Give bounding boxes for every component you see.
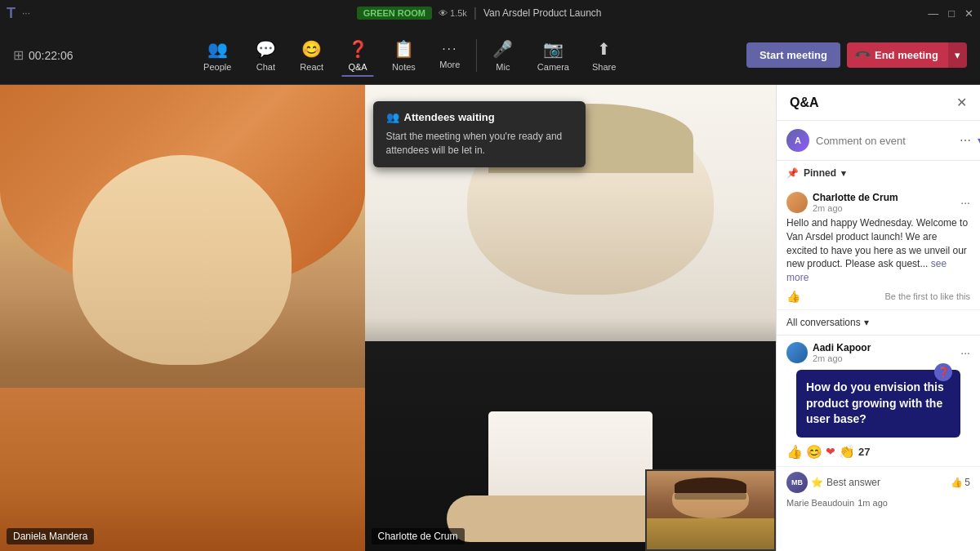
toolbar-people-label: People (203, 62, 231, 72)
window-controls: — □ ✕ (928, 7, 973, 20)
smile-reaction[interactable]: 😊 (806, 444, 822, 460)
title-bar-menu[interactable]: ··· (22, 7, 30, 19)
question-card-icon: ❓ (934, 363, 952, 381)
face-left (73, 155, 292, 365)
qna-icon: ❓ (348, 39, 368, 59)
attendees-icon: 👥 (386, 111, 399, 123)
phone-icon: 📞 (854, 47, 872, 64)
best-answer-row: MB ⭐ Best answer 👍 5 (777, 467, 980, 498)
minimize-button[interactable]: — (928, 7, 938, 20)
toolbar-share-label: Share (592, 62, 616, 72)
aadi-user-info: Aadi Kapoor 2m ago (813, 342, 871, 363)
green-room-badge: GREEN ROOM (357, 7, 432, 20)
pin-icon: 📌 (786, 167, 799, 179)
start-meeting-button[interactable]: Start meeting (746, 42, 840, 68)
end-meeting-group: 📞 End meeting ▾ (847, 42, 967, 68)
title-separator: | (474, 6, 477, 20)
clap-reaction[interactable]: 👏 (839, 444, 855, 460)
toolbar-share[interactable]: ⬆ Share (581, 34, 627, 77)
toolbar-chat-label: Chat (256, 62, 275, 72)
qa-input-row[interactable]: A ⋯ ▾ (777, 121, 980, 161)
mb-avatar: MB (786, 472, 808, 493)
pinned-chevron: ▾ (841, 168, 846, 179)
toolbar-notes-label: Notes (392, 62, 416, 72)
toolbar: ⊞ 00:22:06 👥 People 💬 Chat 😊 React ❓ Q&A… (0, 26, 980, 85)
react-icon: 😊 (301, 39, 322, 59)
pinned-like-button[interactable]: 👍 (786, 290, 800, 303)
all-conversations-chevron: ▾ (864, 317, 869, 328)
best-answer-like-icon: 👍 (951, 477, 963, 488)
charlotte-avatar (786, 192, 808, 213)
pinned-section-header[interactable]: 📌 Pinned ▾ (777, 161, 980, 185)
toolbar-divider (476, 39, 477, 72)
charlotte-username: Charlotte de Crum (813, 192, 898, 203)
pinned-message-text: Hello and happy Wednesday. Welcome to Va… (786, 216, 970, 285)
toolbar-more-label: More (439, 60, 460, 69)
end-meeting-chevron[interactable]: ▾ (948, 42, 967, 68)
chat-icon: 💬 (256, 39, 276, 59)
thumb-jacket (647, 518, 774, 549)
right-name-label: Charlotte de Crum (372, 528, 465, 544)
toolbar-more[interactable]: ··· More (427, 37, 473, 74)
question-card: ❓ How do you envision this product growi… (796, 370, 960, 438)
pinned-time: 2m ago (813, 203, 898, 213)
toolbar-people[interactable]: 👥 People (192, 34, 243, 77)
toolbar-camera[interactable]: 📷 Camera (526, 34, 581, 77)
maximize-button[interactable]: □ (948, 7, 955, 20)
video-area: Daniela Mandera 👥 Attendees waiting Star… (0, 85, 776, 551)
pinned-message: Charlotte de Crum 2m ago ··· Hello and h… (777, 185, 980, 310)
toolbar-mic[interactable]: 🎤 Mic (480, 34, 526, 77)
aadi-message-header: Aadi Kapoor 2m ago ··· (786, 342, 970, 363)
toolbar-qna[interactable]: ❓ Q&A (335, 34, 381, 77)
qa-pinned-section: 📌 Pinned ▾ Charlotte de Crum 2m ago ··· (777, 161, 980, 551)
mic-icon: 🎤 (492, 39, 513, 59)
end-meeting-button[interactable]: 📞 End meeting (847, 42, 948, 68)
grid-icon: ⊞ (13, 47, 24, 63)
qa-header: Q&A ✕ (777, 85, 980, 121)
left-name-label: Daniela Mandera (7, 528, 94, 544)
pinned-like-text: Be the first to like this (884, 291, 970, 301)
toolbar-chat[interactable]: 💬 Chat (243, 34, 288, 77)
notes-icon: 📋 (394, 39, 414, 59)
title-bar: T ··· GREEN ROOM 👁 1.5k | Van Arsdel Pro… (0, 0, 980, 26)
toolbar-mic-label: Mic (496, 62, 510, 72)
thumb-hair (675, 478, 746, 493)
question-text: How do you envision this product growing… (806, 380, 951, 428)
attendees-tooltip: 👥 Attendees waiting Start the meeting wh… (373, 101, 586, 167)
video-left: Daniela Mandera (0, 85, 365, 551)
best-answer-count: 👍 5 (951, 477, 970, 488)
close-button[interactable]: ✕ (964, 7, 973, 20)
body-left (0, 388, 365, 551)
qa-input-options-button[interactable]: ⋯ (960, 134, 971, 147)
toolbar-react[interactable]: 😊 React (288, 34, 335, 77)
qa-title: Q&A (790, 96, 819, 110)
best-answer-username: Marie Beaudouin (786, 498, 854, 508)
all-conversations-row[interactable]: All conversations ▾ (777, 310, 980, 335)
share-icon: ⬆ (597, 39, 611, 59)
event-title: Van Arsdel Product Launch (483, 7, 602, 19)
pinned-like-row: 👍 Be the first to like this (786, 290, 970, 303)
pinned-message-user: Charlotte de Crum 2m ago (786, 192, 898, 213)
thumbs-up-reaction[interactable]: 👍 (786, 444, 803, 460)
toolbar-notes[interactable]: 📋 Notes (381, 34, 427, 77)
pinned-message-header: Charlotte de Crum 2m ago ··· (786, 192, 970, 213)
qa-panel: Q&A ✕ A ⋯ ▾ 📌 Pinned ▾ Charlotte (776, 85, 980, 551)
title-bar-center: GREEN ROOM 👁 1.5k | Van Arsdel Product L… (37, 6, 921, 20)
glasses (675, 493, 746, 500)
aadi-username: Aadi Kapoor (813, 342, 871, 353)
heart-reaction[interactable]: ❤ (826, 445, 835, 458)
tooltip-text: Start the meeting when you're ready and … (386, 130, 572, 158)
best-answer-time: 1m ago (858, 498, 888, 508)
reactions-row: 👍 😊 ❤ 👏 27 (786, 444, 970, 460)
current-user-avatar: A (786, 129, 809, 152)
aadi-user: Aadi Kapoor 2m ago (786, 342, 871, 363)
pinned-more-button[interactable]: ··· (960, 196, 970, 209)
eye-icon: 👁 (439, 8, 448, 18)
aadi-message: Aadi Kapoor 2m ago ··· ❓ How do you envi… (777, 335, 980, 467)
aadi-more-button[interactable]: ··· (960, 346, 970, 359)
qa-close-button[interactable]: ✕ (956, 95, 967, 110)
aadi-time: 2m ago (813, 353, 871, 363)
qa-comment-input[interactable] (816, 135, 953, 147)
video-right: 👥 Attendees waiting Start the meeting wh… (365, 85, 777, 551)
viewer-count-badge: 👁 1.5k (439, 8, 467, 18)
